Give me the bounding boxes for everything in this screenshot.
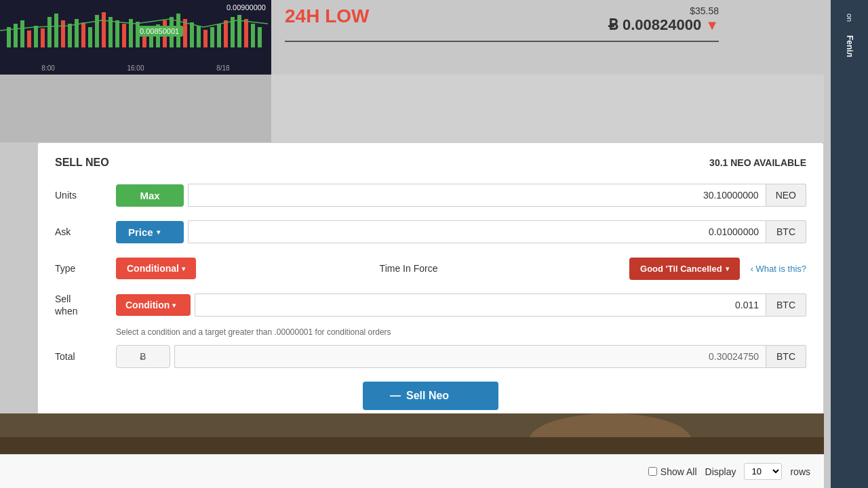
svg-rect-37: [251, 24, 255, 47]
sell-when-row: Sell when Condition ▾ BTC: [55, 291, 806, 319]
show-all-label: Show All: [660, 466, 697, 477]
condition-button[interactable]: Condition ▾: [116, 294, 191, 316]
svg-rect-12: [81, 22, 85, 47]
right-panel-name: Feniл: [845, 35, 854, 57]
ask-label: Ask: [55, 226, 116, 237]
svg-rect-11: [75, 19, 79, 47]
total-label: Total: [55, 351, 116, 362]
condition-btn-label: Condition: [125, 300, 170, 310]
condition-dropdown-arrow: ▾: [172, 302, 176, 309]
svg-rect-18: [122, 24, 126, 47]
low-label: 24H LOW: [285, 5, 369, 27]
price-button[interactable]: Price ▾: [116, 221, 184, 243]
price-right: $35.58 Ƀ 0.00824000 ▼: [608, 5, 719, 34]
svg-rect-41: [0, 437, 824, 454]
price-dropdown-arrow: ▾: [157, 228, 160, 236]
condition-currency: BTC: [766, 293, 806, 317]
bg-bottom-landscape: [0, 413, 824, 454]
chart-time-1: 8:00: [41, 64, 54, 72]
bottom-bar: Show All Display 10 25 50 100 rows: [0, 454, 824, 488]
conditional-button[interactable]: Conditional ▾: [116, 258, 196, 279]
svg-rect-31: [210, 27, 214, 47]
ask-currency: BTC: [766, 220, 806, 243]
type-controls: Conditional ▾ Time In Force Good 'Til Ca…: [116, 258, 806, 280]
good-til-cancelled-button[interactable]: Good 'Til Cancelled ▾: [629, 258, 740, 280]
svg-rect-35: [237, 15, 241, 47]
units-controls: Max NEO: [116, 184, 806, 207]
units-row: Units Max NEO: [55, 181, 806, 209]
good-til-label: Good 'Til Cancelled: [640, 264, 722, 274]
show-all-checkbox[interactable]: [648, 467, 657, 476]
rows-label: rows: [790, 466, 810, 477]
svg-rect-4: [27, 30, 31, 47]
svg-rect-36: [244, 19, 248, 47]
svg-rect-38: [258, 27, 262, 47]
type-label: Type: [55, 263, 116, 274]
units-label: Units: [55, 190, 116, 201]
svg-rect-15: [102, 12, 106, 47]
chart-time-3: 8/18: [216, 64, 229, 72]
ask-row: Ask Price ▾ BTC: [55, 218, 806, 246]
panel-header: SELL NEO 30.1 NEO AVAILABLE: [55, 157, 806, 169]
price-header: 24H LOW $35.58 Ƀ 0.00824000 ▼: [285, 0, 719, 42]
bg-gray-left: [0, 75, 271, 142]
bg-gray-main: [271, 75, 824, 142]
total-btc-symbol: Ƀ: [116, 345, 170, 368]
max-button[interactable]: Max: [116, 184, 184, 207]
sell-btn-icon: —: [390, 390, 401, 402]
total-controls: Ƀ BTC: [116, 345, 806, 368]
svg-rect-6: [41, 28, 45, 47]
panel-available: 30.1 NEO AVAILABLE: [709, 157, 806, 168]
units-input[interactable]: [188, 184, 766, 207]
svg-rect-30: [203, 30, 208, 47]
condition-input-group: BTC: [195, 293, 806, 317]
chart-time-2: 16:00: [127, 64, 144, 72]
display-select[interactable]: 10 25 50 100: [744, 463, 782, 480]
chart-times: 8:00 16:00 8/18: [0, 63, 271, 73]
total-input-group: BTC: [174, 345, 806, 368]
svg-rect-5: [34, 26, 38, 47]
right-panel: on Feniл: [831, 0, 868, 488]
chart-price-top: 0.00900000: [226, 3, 266, 12]
what-is-this-link[interactable]: ‹ What is this?: [751, 264, 806, 274]
trading-panel: SELL NEO 30.1 NEO AVAILABLE Units Max NE…: [37, 142, 824, 424]
sell-btn-label: Sell Neo: [406, 390, 449, 402]
conditional-btn-label: Conditional: [127, 263, 179, 274]
chart-inner: 0.00900000 0.00850001: [0, 0, 271, 54]
price-btn-label: Price: [128, 226, 153, 238]
price-usd: $35.58: [608, 5, 719, 16]
svg-rect-28: [190, 22, 194, 47]
sell-neo-button[interactable]: — Sell Neo: [363, 382, 498, 410]
svg-rect-3: [20, 20, 24, 47]
total-row: Total Ƀ BTC: [55, 342, 806, 371]
svg-rect-33: [224, 20, 228, 47]
ask-input-group: BTC: [188, 220, 806, 243]
down-arrow-icon: ▼: [705, 18, 719, 33]
total-currency: BTC: [766, 345, 806, 368]
svg-rect-2: [14, 24, 18, 47]
panel-title: SELL NEO: [55, 157, 109, 169]
display-label: Display: [705, 466, 736, 477]
svg-rect-32: [217, 24, 221, 47]
svg-rect-14: [95, 15, 99, 47]
units-currency: NEO: [766, 184, 806, 207]
sell-when-label: Sell when: [55, 293, 116, 317]
condition-input[interactable]: [195, 293, 766, 317]
good-til-arrow: ▾: [726, 265, 729, 272]
price-divider: [285, 41, 719, 42]
price-btc: Ƀ 0.00824000: [608, 16, 701, 34]
time-in-force-label: Time In Force: [380, 263, 438, 274]
type-row: Type Conditional ▾ Time In Force Good 'T…: [55, 254, 806, 283]
svg-rect-13: [88, 27, 92, 47]
sell-when-controls: Condition ▾ BTC: [116, 293, 806, 317]
svg-rect-9: [61, 20, 65, 47]
show-all-container: Show All: [648, 466, 697, 477]
svg-rect-7: [47, 17, 52, 47]
units-input-group: NEO: [188, 184, 806, 207]
chart-area: 0.00900000 0.00850001 8:00 16:00 8/18: [0, 0, 271, 75]
svg-rect-29: [197, 26, 201, 47]
svg-rect-17: [115, 20, 119, 47]
ask-input[interactable]: [188, 220, 766, 243]
ask-controls: Price ▾ BTC: [116, 220, 806, 243]
sell-row: — Sell Neo: [55, 382, 806, 410]
